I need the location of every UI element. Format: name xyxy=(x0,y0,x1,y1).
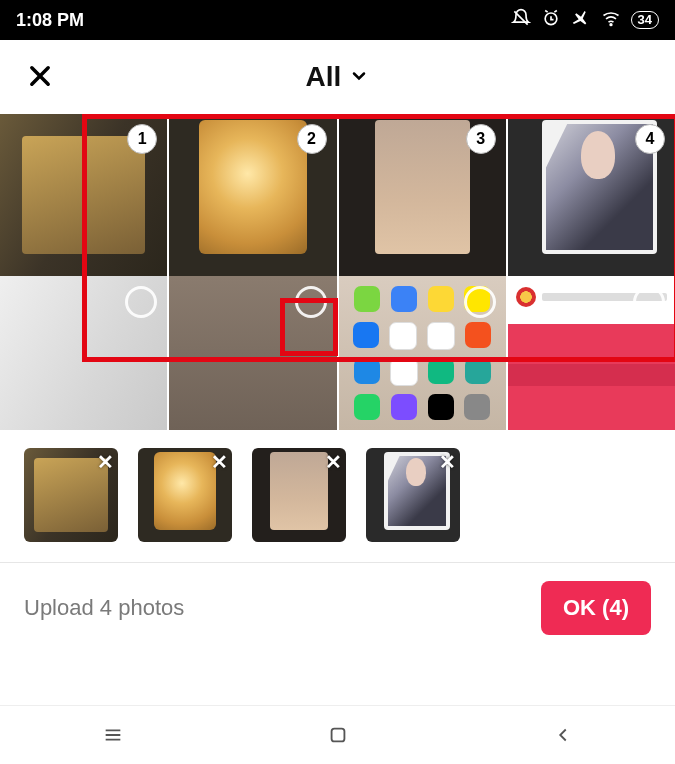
wifi-icon xyxy=(601,8,621,33)
alarm-icon xyxy=(541,8,561,33)
battery-pill: 34 xyxy=(631,11,659,29)
selected-chip[interactable]: ✕ xyxy=(138,448,232,542)
gallery-item[interactable]: 2 xyxy=(169,114,336,276)
nav-back-icon[interactable] xyxy=(550,722,576,748)
remove-icon[interactable]: ✕ xyxy=(439,450,456,474)
album-title: All xyxy=(306,61,342,93)
upload-footer: Upload 4 photos OK (4) xyxy=(0,563,675,659)
upload-hint: Upload 4 photos xyxy=(24,595,184,621)
selection-ring-icon xyxy=(464,286,496,318)
gallery-item[interactable]: 1 xyxy=(0,114,167,276)
selection-ring-icon xyxy=(633,286,665,318)
selection-badge: 1 xyxy=(127,124,157,154)
gallery-item[interactable] xyxy=(508,276,675,430)
dnd-icon xyxy=(511,8,531,33)
device-frame: 1:08 PM 34 All xyxy=(0,0,675,764)
ok-button[interactable]: OK (4) xyxy=(541,581,651,635)
selected-chip[interactable]: ✕ xyxy=(24,448,118,542)
chevron-down-icon xyxy=(349,61,369,93)
selection-ring-icon xyxy=(295,286,327,318)
nav-recent-icon[interactable] xyxy=(100,722,126,748)
selected-photos-strip: ✕ ✕ ✕ ✕ xyxy=(0,430,675,562)
gallery-grid: 1 2 3 4 xyxy=(0,114,675,430)
svg-point-1 xyxy=(610,23,612,25)
close-button[interactable] xyxy=(22,58,58,94)
remove-icon[interactable]: ✕ xyxy=(97,450,114,474)
selection-badge: 4 xyxy=(635,124,665,154)
remove-icon[interactable]: ✕ xyxy=(325,450,342,474)
gallery-item[interactable]: 3 xyxy=(339,114,506,276)
selection-badge: 3 xyxy=(466,124,496,154)
selected-chip[interactable]: ✕ xyxy=(252,448,346,542)
airplane-icon xyxy=(571,8,591,33)
gallery-item[interactable] xyxy=(169,276,336,430)
nav-home-icon[interactable] xyxy=(325,722,351,748)
svg-rect-2 xyxy=(331,729,344,742)
gallery-item[interactable]: 4 xyxy=(508,114,675,276)
system-nav-bar xyxy=(0,705,675,764)
selection-badge: 2 xyxy=(297,124,327,154)
selection-ring-icon xyxy=(125,286,157,318)
clock: 1:08 PM xyxy=(16,10,84,31)
picker-header: All xyxy=(0,40,675,114)
selected-chip[interactable]: ✕ xyxy=(366,448,460,542)
album-selector[interactable]: All xyxy=(306,61,370,93)
gallery-item[interactable] xyxy=(339,276,506,430)
remove-icon[interactable]: ✕ xyxy=(211,450,228,474)
status-icons: 34 xyxy=(511,8,659,33)
gallery-item[interactable] xyxy=(0,276,167,430)
status-bar: 1:08 PM 34 xyxy=(0,0,675,40)
picker-sheet: All 1 2 3 4 xyxy=(0,40,675,764)
